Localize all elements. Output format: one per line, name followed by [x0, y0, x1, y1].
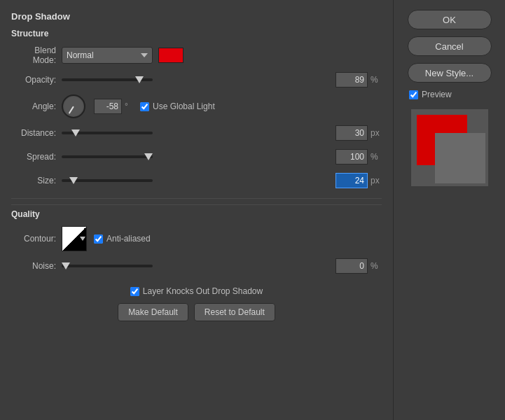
preview-grey-rect — [435, 133, 485, 183]
structure-label: Structure — [11, 29, 382, 38]
spread-input[interactable] — [335, 149, 368, 164]
contour-wrapper — [62, 226, 87, 251]
cancel-button[interactable]: Cancel — [408, 36, 492, 56]
spread-slider-container — [62, 155, 331, 158]
make-default-button[interactable]: Make Default — [118, 303, 188, 321]
use-global-light-checkbox[interactable] — [140, 102, 149, 111]
contour-label: Contour: — [11, 234, 62, 244]
angle-unit: ° — [125, 102, 136, 111]
distance-row: Distance: px — [11, 124, 382, 142]
angle-row: Angle: ° Use Global Light — [11, 94, 382, 118]
ok-button[interactable]: OK — [408, 10, 492, 29]
reset-default-button[interactable]: Reset to Default — [194, 303, 275, 321]
spread-row: Spread: % — [11, 148, 382, 166]
noise-row: Noise: % — [11, 257, 382, 275]
distance-label: Distance: — [11, 128, 62, 138]
angle-dial[interactable] — [62, 94, 85, 118]
spread-unit: % — [371, 152, 382, 162]
layer-knocks-checkbox[interactable] — [130, 287, 139, 296]
preview-canvas — [411, 109, 488, 186]
shadow-color-swatch[interactable] — [158, 48, 184, 63]
blend-mode-label: Blend Mode: — [11, 46, 62, 65]
opacity-slider-container — [62, 78, 331, 81]
noise-slider-container — [62, 265, 331, 267]
opacity-input[interactable] — [335, 72, 368, 88]
noise-input[interactable] — [335, 258, 368, 274]
anti-aliased-label[interactable]: Anti-aliased — [94, 234, 151, 244]
buttons-row: Make Default Reset to Default — [11, 303, 382, 321]
distance-slider-container — [62, 132, 331, 134]
distance-input[interactable] — [335, 125, 368, 141]
quality-section: Quality Contour: Anti-aliased Noise: % — [11, 204, 382, 281]
noise-unit: % — [371, 261, 382, 271]
main-panel: Drop Shadow Structure Blend Mode: Normal… — [0, 0, 393, 420]
layer-knocks-label[interactable]: Layer Knocks Out Drop Shadow — [130, 286, 263, 296]
angle-input[interactable] — [94, 99, 122, 114]
contour-row: Contour: Anti-aliased — [11, 226, 382, 251]
opacity-row: Opacity: % — [11, 71, 382, 89]
distance-unit: px — [371, 128, 382, 138]
noise-slider[interactable] — [62, 265, 153, 267]
layer-knocks-row: Layer Knocks Out Drop Shadow — [11, 286, 382, 296]
preview-label[interactable]: Preview — [409, 90, 452, 99]
noise-label: Noise: — [11, 261, 62, 271]
use-global-light-label[interactable]: Use Global Light — [140, 102, 215, 111]
spread-label: Spread: — [11, 152, 62, 162]
size-unit: px — [371, 176, 382, 186]
blend-mode-wrapper: Normal Dissolve Multiply Screen Overlay — [62, 47, 153, 64]
dialog-title: Drop Shadow — [11, 11, 382, 22]
quality-label: Quality — [11, 209, 382, 219]
angle-label: Angle: — [11, 102, 62, 111]
anti-aliased-checkbox[interactable] — [94, 234, 103, 244]
spread-slider[interactable] — [62, 155, 153, 158]
divider — [11, 198, 382, 199]
right-panel: OK Cancel New Style... Preview — [393, 0, 505, 420]
opacity-unit: % — [371, 75, 382, 85]
blend-mode-row: Blend Mode: Normal Dissolve Multiply Scr… — [11, 46, 382, 65]
opacity-slider[interactable] — [62, 78, 153, 81]
preview-checkbox[interactable] — [409, 90, 418, 99]
contour-thumb[interactable] — [62, 226, 87, 251]
preview-row: Preview — [409, 90, 452, 99]
distance-slider[interactable] — [62, 132, 153, 134]
blend-mode-select[interactable]: Normal Dissolve Multiply Screen Overlay — [62, 47, 153, 64]
size-row: Size: px — [11, 172, 382, 190]
size-slider-container — [62, 179, 331, 182]
size-slider[interactable] — [62, 179, 153, 182]
size-label: Size: — [11, 176, 62, 186]
size-input[interactable] — [335, 173, 368, 188]
new-style-button[interactable]: New Style... — [408, 63, 492, 83]
opacity-label: Opacity: — [11, 75, 62, 85]
